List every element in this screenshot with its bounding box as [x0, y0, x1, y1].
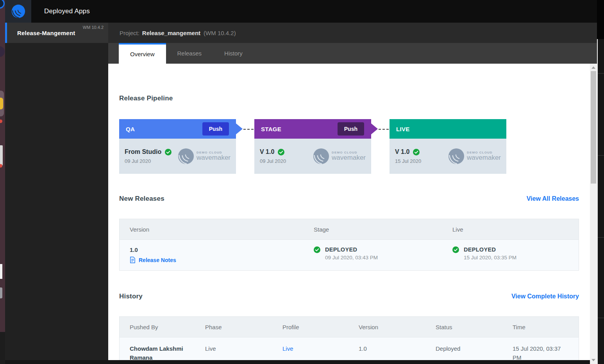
divider: [598, 237, 604, 238]
dock-icon[interactable]: [0, 0, 5, 9]
push-button-stage[interactable]: Push: [338, 122, 364, 136]
column-header-stage: Stage: [309, 226, 448, 233]
scroll-up-icon[interactable]: [591, 66, 595, 69]
dock-icon[interactable]: [0, 46, 5, 57]
success-check-icon: [413, 149, 420, 155]
deployed-version-label: From Studio: [125, 148, 161, 155]
view-all-releases-link[interactable]: View All Releases: [527, 195, 579, 202]
success-check-icon: [452, 246, 459, 253]
wavemaker-wave-icon: [178, 148, 194, 164]
app-window: Deployed Apps WM 10.4.2 Release-Mangemen…: [0, 0, 604, 364]
pipeline-card-stage-header: STAGE Push: [254, 119, 371, 139]
wavemaker-label: wavemaker: [197, 154, 231, 162]
release-notes-label: Release Notes: [139, 257, 176, 263]
demo-cloud-logo: DEMO CLOUD wavemaker: [178, 148, 231, 164]
view-complete-history-link[interactable]: View Complete History: [511, 293, 579, 300]
main-header: Project: Release_mangement (WM 10.4.2) O…: [108, 23, 597, 64]
history-table: Pushed By Phase Profile Version Status T…: [119, 316, 579, 360]
wavemaker-wave-icon: [313, 148, 329, 164]
divider: [598, 155, 604, 156]
window-edge-divider: [597, 39, 598, 364]
version-value: 1.0: [357, 344, 434, 360]
release-pipeline: QA Push From Studio 09 Jul 2020: [119, 119, 579, 174]
release-pipeline-title: Release Pipeline: [119, 95, 579, 102]
page-title: Deployed Apps: [44, 0, 90, 23]
os-dock-strip: [0, 0, 5, 364]
stage-name: STAGE: [261, 126, 281, 132]
wavemaker-label: wavemaker: [332, 154, 366, 162]
sidebar-item-project[interactable]: WM 10.4.2 Release-Mangement: [5, 23, 108, 43]
stage-name: LIVE: [396, 126, 410, 132]
deployed-version-label: V 1.0: [395, 148, 409, 155]
project-bar: Project: Release_mangement (WM 10.4.2): [108, 23, 597, 43]
column-header-live: Live: [448, 226, 579, 233]
pushed-by-value: Chowdam Lakshmi Ramana: [120, 344, 204, 360]
pipeline-card-live-header: LIVE: [390, 119, 506, 139]
project-label: Project:: [120, 30, 139, 36]
tab-releases[interactable]: Releases: [166, 43, 213, 64]
dock-icon[interactable]: [0, 145, 3, 166]
overview-panel: Release Pipeline QA Push From Studio: [108, 64, 590, 360]
column-header-phase: Phase: [204, 324, 281, 330]
success-check-icon: [165, 149, 172, 155]
sidebar: WM 10.4.2 Release-Mangement: [5, 23, 108, 364]
wavemaker-logo-button[interactable]: [5, 0, 31, 23]
pipeline-card-live-body: V 1.0 15 Jul 2020: [390, 139, 506, 174]
dock-icon[interactable]: [0, 287, 2, 298]
live-deploy-time: 15 Jul 2020, 03:35 PM: [464, 255, 516, 261]
vertical-scrollbar[interactable]: [590, 64, 597, 364]
dock-notification-dot: [0, 120, 2, 123]
history-title: History: [119, 293, 143, 300]
dock-bottom-shade: [0, 332, 5, 364]
new-releases-table: Version Stage Live 1.0 Release Notes: [119, 219, 579, 271]
status-value: Deployed: [434, 344, 511, 360]
top-bar: Deployed Apps: [5, 0, 604, 23]
tab-history[interactable]: History: [213, 43, 254, 64]
demo-cloud-logo: DEMO CLOUD wavemaker: [313, 148, 366, 164]
pipeline-card-qa-header: QA Push: [119, 119, 236, 139]
wavemaker-label: wavemaker: [467, 154, 501, 162]
tab-overview[interactable]: Overview: [119, 43, 166, 64]
wavemaker-logo-icon: [11, 4, 25, 18]
pipeline-card-qa-body: From Studio 09 Jul 2020: [119, 139, 236, 174]
window-bottom-edge: [5, 360, 590, 364]
scroll-down-icon[interactable]: [591, 359, 595, 361]
project-version: (WM 10.4.2): [204, 30, 236, 36]
divider: [598, 73, 604, 74]
history-table-header: Pushed By Phase Profile Version Status T…: [120, 317, 579, 337]
dock-icon[interactable]: [0, 264, 2, 279]
pipeline-card-qa: QA Push From Studio 09 Jul 2020: [119, 119, 236, 174]
column-header-version: Version: [357, 324, 434, 330]
success-check-icon: [278, 149, 284, 155]
tab-strip: Overview Releases History: [108, 43, 597, 64]
new-releases-title: New Releases: [119, 195, 164, 203]
pipeline-connector: [236, 119, 254, 139]
deployed-version-label: V 1.0: [260, 148, 274, 155]
dock-notification-dot: [0, 164, 2, 168]
dock-icon[interactable]: [0, 98, 3, 109]
deploy-date: 15 Jul 2020: [395, 158, 421, 164]
stage-status: DEPLOYED: [325, 246, 378, 253]
new-releases-table-header: Version Stage Live: [120, 219, 579, 239]
release-notes-link[interactable]: Release Notes: [130, 257, 309, 263]
column-header-profile: Profile: [281, 324, 357, 330]
table-row: Chowdam Lakshmi Ramana Live Live 1.0 Dep…: [120, 337, 579, 360]
column-header-version: Version: [120, 226, 309, 233]
pipeline-connector: [371, 119, 390, 139]
divider: [598, 318, 604, 318]
document-icon: [130, 257, 136, 263]
profile-link[interactable]: Live: [281, 344, 357, 360]
push-button-qa[interactable]: Push: [202, 122, 229, 136]
project-name: Release_mangement: [142, 30, 200, 36]
demo-cloud-logo: DEMO CLOUD wavemaker: [448, 148, 501, 164]
release-version: 1.0: [130, 246, 309, 253]
scrollbar-thumb[interactable]: [591, 71, 596, 184]
column-header-pushed-by: Pushed By: [120, 324, 204, 330]
pipeline-card-stage: STAGE Push V 1.0 09 Jul 2020: [254, 119, 371, 174]
success-check-icon: [314, 246, 320, 253]
pipeline-card-live: LIVE V 1.0 15 Jul 2020: [390, 119, 506, 174]
right-edge-panel: [597, 0, 604, 364]
time-value: 15 Jul 2020, 03:37 PM: [511, 344, 579, 360]
stage-deploy-time: 09 Jul 2020, 03:43 PM: [325, 255, 378, 261]
column-header-time: Time: [511, 324, 579, 330]
